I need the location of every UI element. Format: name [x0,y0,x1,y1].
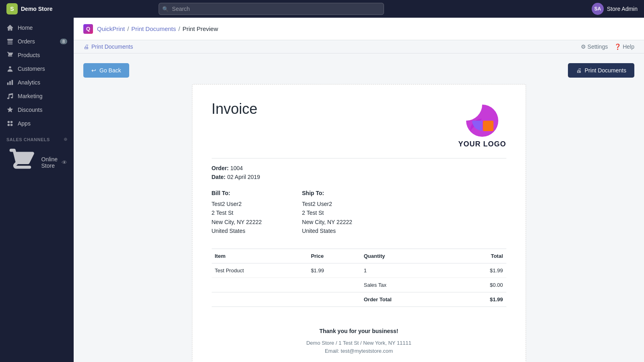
col-item: Item [212,249,308,263]
sidebar-item-discounts[interactable]: Discounts [0,103,74,117]
print-docs-link-label: Print Documents [91,43,133,50]
date-line: Date: 02 April 2019 [212,174,506,180]
sidebar-item-orders[interactable]: Orders 8 [0,35,74,48]
breadcrumb-print-docs[interactable]: Print Documents [131,25,176,32]
search-area: 🔍 [159,3,384,15]
empty-cell-1 [212,278,308,292]
shopify-icon: S [6,3,18,14]
search-input[interactable] [159,3,384,15]
go-back-button[interactable]: ↩ Go Back [83,63,129,78]
user-name: Store Admin [607,6,638,12]
sidebar-item-home[interactable]: Home [0,21,74,35]
sidebar-item-apps[interactable]: Apps [0,117,74,130]
sidebar-item-online-store[interactable]: Online Store 👁 [0,144,74,181]
logo-graphic [462,101,502,137]
sidebar-item-customers[interactable]: Customers [0,62,74,76]
online-store-label: Online Store [41,156,58,169]
settings-icon: ⚙ [581,43,586,50]
brand-name: Demo Store [21,6,53,12]
ship-to-country: United States [302,226,352,235]
store-info: Demo Store / 1 Test St / New York, NY 11… [212,339,506,348]
svg-rect-0 [483,121,493,131]
secondary-topbar: Q QuickPrint / Print Documents / Print P… [74,18,644,40]
thank-you-text: Thank you for your business! [212,328,506,334]
order-total-row: Order Total $1.99 [212,292,506,306]
breadcrumb-current: Print Preview [182,25,218,32]
marketing-icon [6,93,14,100]
breadcrumb-sep-1: / [127,25,129,32]
order-value: 1004 [230,165,243,171]
order-label: Order: [212,165,229,171]
printer-icon-small: 🖨 [83,43,89,50]
table-row: Test Product $1.99 1 $1.99 [212,263,506,278]
help-link[interactable]: ❓ Help [614,43,634,50]
sidebar-label-home: Home [18,25,33,31]
action-row: ↩ Go Back 🖨 Print Documents [83,63,634,78]
sidebar-label-marketing: Marketing [18,93,42,99]
sidebar-label-analytics: Analytics [18,79,40,86]
sidebar-item-products[interactable]: Products [0,48,74,62]
empty-cell-2 [308,278,360,292]
invoice-logo-area: YOUR LOGO [458,101,506,148]
help-icon: ❓ [614,43,621,50]
discounts-icon [6,106,14,113]
store-email: Email: test@myteststore.com [212,347,506,356]
ship-to-label: Ship To: [302,190,352,196]
arrow-left-icon: ↩ [91,67,96,74]
sidebar-label-apps: Apps [18,120,31,127]
customers-icon [6,65,14,72]
row-quantity: 1 [361,263,453,278]
date-label: Date: [212,174,226,180]
bill-to-label: Bill To: [212,190,262,196]
print-documents-button[interactable]: 🖨 Print Documents [568,63,634,78]
analytics-icon [6,79,14,86]
action-bar-right: ⚙ Settings ❓ Help [581,43,634,50]
sidebar-item-marketing[interactable]: Marketing [0,89,74,103]
col-total: Total [453,249,506,263]
invoice-table: Item Price Quantity Total Test Product $… [212,249,506,307]
order-total-value: $1.99 [453,292,506,306]
sales-tax-label: Sales Tax [361,278,453,292]
home-icon [6,24,14,31]
breadcrumb-quickprint[interactable]: QuickPrint [97,25,125,32]
empty-cell-3 [212,292,308,306]
row-price: $1.99 [308,263,360,278]
invoice-container: Invoice YOUR LOG [192,84,526,362]
sidebar: Home Orders 8 Products Customers [0,18,74,362]
sales-channels-label: SALES CHANNELS [6,137,50,142]
sales-channels-section: SALES CHANNELS ⊕ [0,130,74,144]
invoice-header: Invoice YOUR LOG [212,101,506,148]
logo-text: YOUR LOGO [458,140,506,148]
topbar: S Demo Store 🔍 SA Store Admin [0,0,644,18]
date-value: 02 April 2019 [227,174,260,180]
sidebar-label-orders: Orders [18,38,35,45]
order-total-label: Order Total [361,292,453,306]
bill-to-address1: 2 Test St [212,208,262,217]
quickprint-app-icon: Q [83,24,93,34]
sidebar-item-analytics[interactable]: Analytics [0,76,74,89]
add-channel-icon[interactable]: ⊕ [64,137,68,142]
brand[interactable]: S Demo Store [6,3,53,14]
invoice-title: Invoice [212,101,258,117]
invoice-footer: Thank you for your business! Demo Store … [212,320,506,356]
sales-tax-row: Sales Tax $0.00 [212,278,506,292]
row-item: Test Product [212,263,308,278]
sales-tax-value: $0.00 [453,278,506,292]
apps-icon [6,120,14,127]
avatar: SA [592,3,604,15]
user-area[interactable]: SA Store Admin [592,3,638,15]
sidebar-label-customers: Customers [18,66,45,72]
print-documents-label: Print Documents [585,67,626,74]
settings-link[interactable]: ⚙ Settings [581,43,608,50]
print-docs-nav-link[interactable]: 🖨 Print Documents [83,43,133,50]
orders-icon [6,38,14,45]
printer-icon: 🖨 [576,67,582,74]
eye-icon[interactable]: 👁 [62,159,67,166]
action-bar-left: 🖨 Print Documents [83,43,133,50]
page-content: ↩ Go Back 🖨 Print Documents Invoice [74,53,644,362]
empty-cell-4 [308,292,360,306]
settings-label: Settings [588,43,608,50]
breadcrumb-sep-2: / [178,25,180,32]
orders-badge: 8 [60,39,67,44]
ship-to-address1: 2 Test St [302,208,352,217]
